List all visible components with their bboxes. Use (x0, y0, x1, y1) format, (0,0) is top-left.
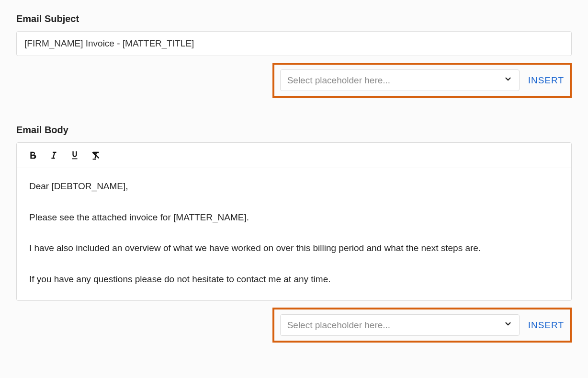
chevron-down-icon (499, 320, 512, 331)
subject-placeholder-select[interactable]: Select placeholder here... (280, 69, 520, 91)
body-placeholder-select[interactable]: Select placeholder here... (280, 314, 520, 336)
email-body-label: Email Body (16, 125, 572, 136)
chevron-down-icon (499, 75, 512, 86)
email-body-section: Email Body Dear [DEBTOR_NAME], Please se… (16, 125, 572, 343)
email-subject-label: Email Subject (16, 13, 572, 24)
underline-icon[interactable] (69, 149, 80, 161)
clear-format-icon[interactable] (90, 149, 101, 161)
email-subject-input[interactable] (16, 31, 572, 56)
subject-placeholder-text: Select placeholder here... (287, 75, 390, 86)
body-placeholder-text: Select placeholder here... (287, 320, 390, 331)
body-insert-button[interactable]: INSERT (528, 320, 564, 331)
editor-toolbar (17, 143, 571, 168)
italic-icon[interactable] (48, 149, 59, 161)
body-insert-box: Select placeholder here... INSERT (272, 308, 572, 343)
subject-insert-button[interactable]: INSERT (528, 75, 564, 86)
editor-container: Dear [DEBTOR_NAME], Please see the attac… (16, 142, 572, 301)
email-subject-section: Email Subject Select placeholder here...… (16, 13, 572, 98)
email-body-editor[interactable]: Dear [DEBTOR_NAME], Please see the attac… (17, 168, 571, 300)
subject-insert-box: Select placeholder here... INSERT (272, 63, 572, 98)
bold-icon[interactable] (27, 149, 38, 161)
